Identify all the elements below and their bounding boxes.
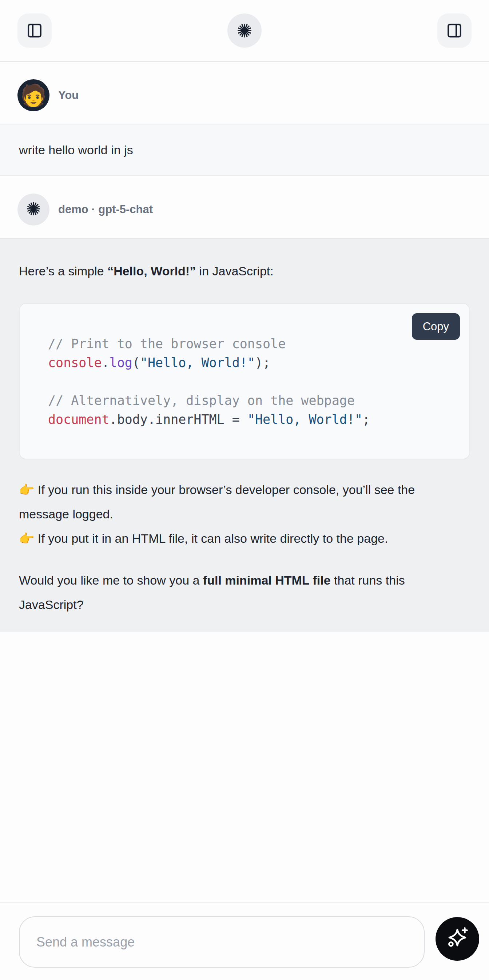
message-input[interactable] [19,916,425,967]
person-emoji: 🧑 [21,85,46,106]
closing-bold: full minimal HTML file [203,573,331,587]
tip-line: 👉 If you put it in an HTML file, it can … [19,527,416,551]
copy-code-button[interactable]: Copy [412,313,460,340]
chat-app: 🧑 You write hello world in js demo [0,0,489,980]
tip-line: 👉 If you run this inside your browser’s … [19,477,416,527]
intro-prefix: Here’s a simple [19,264,107,278]
assistant-turn-header: demo · gpt-5-chat [0,176,489,238]
starburst-icon [25,201,41,218]
code-block: Copy // Print to the browser consolecons… [19,303,470,460]
top-bar [0,0,489,62]
assistant-turn-name: demo · gpt-5-chat [58,203,153,216]
assistant-message: Here’s a simple “Hello, World!” in JavaS… [0,238,489,632]
code-line: // Print to the browser console [48,334,455,353]
closing-prefix: Would you like me to show you a [19,573,203,587]
user-turn-name: You [58,89,79,102]
code-line: // Alternatively, display on the webpage [48,391,455,410]
send-button[interactable] [435,917,479,961]
assistant-tips: 👉 If you run this inside your browser’s … [19,477,470,551]
user-message-text: write hello world in js [19,143,470,157]
code-line: document.body.innerHTML = "Hello, World!… [48,410,455,429]
starburst-icon [236,22,253,39]
code-content: // Print to the browser consoleconsole.l… [48,334,455,429]
intro-suffix: in JavaScript: [196,264,274,278]
panel-left-icon [26,22,43,39]
composer-bar [0,902,489,980]
code-line [48,372,455,391]
chat-empty-space [0,632,489,902]
assistant-avatar [18,194,49,226]
code-line: console.log("Hello, World!"); [48,353,455,372]
assistant-intro: Here’s a simple “Hello, World!” in JavaS… [19,259,416,283]
right-panel-toggle-button[interactable] [437,13,471,48]
user-turn-header: 🧑 You [0,62,489,124]
user-avatar: 🧑 [18,79,49,111]
intro-bold: “Hello, World!” [107,264,196,278]
model-logo-button[interactable] [228,13,261,48]
sidebar-toggle-button[interactable] [18,13,52,48]
panel-right-icon [446,22,463,39]
sparkle-plus-icon [445,926,469,951]
user-message: write hello world in js [0,124,489,176]
assistant-closing: Would you like me to show you a full min… [19,568,416,617]
